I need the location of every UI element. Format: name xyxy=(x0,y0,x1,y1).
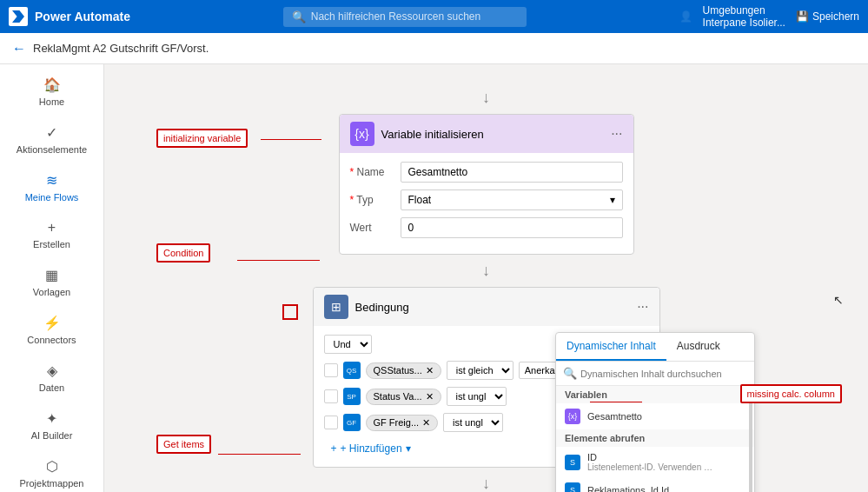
ai-icon: ✦ xyxy=(46,410,57,427)
cond-operator-2[interactable]: ist ungl xyxy=(447,387,507,406)
annotation-get-items: Get items xyxy=(156,435,211,454)
annotation-init-variable: initializing variable xyxy=(156,129,248,148)
search-icon: 🔍 xyxy=(292,10,306,23)
condition-header[interactable]: ⊞ Bedingung ··· xyxy=(314,288,659,326)
breadcrumb-bar: ← ReklaMgmt A2 Gutschrift GF/Vorst. xyxy=(0,33,868,64)
cond-tag-close-3[interactable]: ✕ xyxy=(422,417,430,429)
cond-operator-3[interactable]: ist ungl xyxy=(443,413,503,432)
save-icon: 💾 xyxy=(796,10,809,23)
panel-item-gesamtnetto[interactable]: {x} Gesamtnetto xyxy=(556,403,754,429)
tab-dynamic-content[interactable]: Dynamischer Inhalt xyxy=(556,333,666,361)
connectors-icon: ⚡ xyxy=(43,315,61,331)
canvas-inner: ↓ initializing variable {x} Variable ini… xyxy=(122,89,851,492)
solutions-icon: ⬡ xyxy=(46,458,58,475)
sidebar-item-connectors[interactable]: ⚡ Connectors xyxy=(0,306,103,354)
panel-scrollbar xyxy=(749,389,752,492)
sidebar-item-aktionselemente[interactable]: ✓ Aktionselemente xyxy=(0,116,103,163)
annot-arrow-missing-calc xyxy=(590,402,642,402)
cond-tag-close-2[interactable]: ✕ xyxy=(426,391,434,402)
gesamtnetto-icon: {x} xyxy=(565,409,580,424)
panel-search-icon: 🔍 xyxy=(563,367,577,380)
search-box[interactable]: 🔍 xyxy=(283,7,527,27)
plus-icon: + xyxy=(48,220,56,236)
cond-tag-close-1[interactable]: ✕ xyxy=(426,365,434,376)
condition-dots[interactable]: ··· xyxy=(637,299,648,315)
dynamic-content-panel: Dynamischer Inhalt Ausdruck 🔍 Variablen … xyxy=(555,332,755,492)
panel-search[interactable]: 🔍 xyxy=(556,362,754,386)
variable-init-title: Variable initialisieren xyxy=(381,128,605,141)
name-input[interactable] xyxy=(401,162,623,183)
data-icon: ◈ xyxy=(47,362,57,379)
sidebar-item-erstellen[interactable]: + Erstellen xyxy=(0,211,103,258)
env-icon: 👤 xyxy=(679,10,692,23)
panel-section-elemente: Elemente abrufen xyxy=(556,429,754,447)
variable-init-header[interactable]: {x} Variable initialisieren ··· xyxy=(340,115,633,153)
save-button[interactable]: 💾 Speichern xyxy=(796,10,859,23)
sidebar-item-vorlagen[interactable]: ▦ Vorlagen xyxy=(0,258,103,306)
id-label: ID xyxy=(587,452,718,462)
field-typ-row: Typ Float ▾ xyxy=(350,189,623,210)
home-icon: 🏠 xyxy=(43,76,61,93)
field-name-row: Name xyxy=(350,162,623,183)
red-rect xyxy=(282,304,298,320)
checkbox-2[interactable] xyxy=(324,389,338,403)
app-brand: Power Automate xyxy=(9,7,130,26)
panel-item-id[interactable]: S ID Listenelement-ID. Verwenden Sie die… xyxy=(556,447,754,477)
condition-title: Bedingung xyxy=(355,301,631,314)
annot-arrow-get-items xyxy=(218,454,301,455)
typ-chevron: ▾ xyxy=(610,194,615,206)
sidebar-item-daten[interactable]: ◈ Daten xyxy=(0,354,103,402)
typ-label: Typ xyxy=(350,194,394,206)
wert-input[interactable] xyxy=(401,217,623,238)
sidebar-label-aktionselemente: Aktionselemente xyxy=(17,144,87,155)
annot-arrow-init xyxy=(261,139,321,140)
back-button[interactable]: ← xyxy=(12,41,26,57)
check-icon: ✓ xyxy=(46,124,57,141)
cond-tag-2: Status Va... ✕ xyxy=(366,389,441,405)
reklamations-label: Reklamations_Id Id xyxy=(587,485,669,492)
app-logo xyxy=(9,7,28,26)
topbar: Power Automate 🔍 👤 Umgebungen Interpane … xyxy=(0,0,868,33)
variable-init-dots[interactable]: ··· xyxy=(611,126,622,142)
search-area[interactable]: 🔍 xyxy=(130,7,679,27)
add-icon: + xyxy=(331,442,337,455)
panel-tabs: Dynamischer Inhalt Ausdruck xyxy=(556,333,754,362)
gesamtnetto-label: Gesamtnetto xyxy=(587,411,745,422)
canvas: ↓ initializing variable {x} Variable ini… xyxy=(104,64,868,492)
cursor-indicator: ↖ xyxy=(833,293,844,307)
arrow-1: ↓ xyxy=(122,262,851,280)
topbar-right: 👤 Umgebungen Interpane Isolier... 💾 Spei… xyxy=(679,4,859,29)
cond-icon-2: SP xyxy=(343,388,361,405)
sidebar-label-ai: AI Builder xyxy=(31,430,73,441)
panel-item-reklamations[interactable]: S Reklamations_Id Id xyxy=(556,477,754,492)
id-desc: Listenelement-ID. Verwenden Sie diesen W… xyxy=(587,462,718,472)
checkbox-1[interactable] xyxy=(324,363,338,377)
sidebar-item-home[interactable]: 🏠 Home xyxy=(0,68,103,116)
cond-tag-label-3: GF Freig... xyxy=(374,417,420,428)
cond-icon-3: GF xyxy=(343,414,361,431)
panel-search-input[interactable] xyxy=(580,369,747,379)
name-label: Name xyxy=(350,166,394,178)
search-input[interactable] xyxy=(311,10,518,23)
variable-icon: {x} xyxy=(350,122,374,146)
sidebar-item-ai-builder[interactable]: ✦ AI Builder xyxy=(0,402,103,449)
sidebar-label-projektmappen: Projektmappen xyxy=(20,478,84,489)
cond-tag-3: GF Freig... ✕ xyxy=(366,415,439,431)
id-icon: S xyxy=(565,455,580,470)
typ-select[interactable]: Float ▾ xyxy=(401,189,623,210)
annotation-missing-calc: missing calc. column xyxy=(740,384,842,403)
flows-icon: ≋ xyxy=(46,172,57,189)
variable-init-body: Name Typ Float ▾ Wert xyxy=(340,153,633,254)
cond-icon-1: QS xyxy=(343,362,361,379)
sidebar-label-erstellen: Erstellen xyxy=(33,239,70,249)
cond-tag-1: QSStatus... ✕ xyxy=(366,362,441,379)
cond-operator-1[interactable]: ist gleich xyxy=(447,361,514,380)
sidebar-label-daten: Daten xyxy=(39,382,64,393)
checkbox-3[interactable] xyxy=(324,416,338,429)
sidebar-item-projektmappen[interactable]: ⬡ Projektmappen xyxy=(0,449,103,492)
sidebar-item-meine-flows[interactable]: ≋ Meine Flows xyxy=(0,163,103,211)
tab-ausdruck[interactable]: Ausdruck xyxy=(666,333,731,361)
und-select[interactable]: Und xyxy=(324,335,372,354)
annotation-condition: Condition xyxy=(156,243,210,263)
sidebar-label-home: Home xyxy=(39,96,64,107)
